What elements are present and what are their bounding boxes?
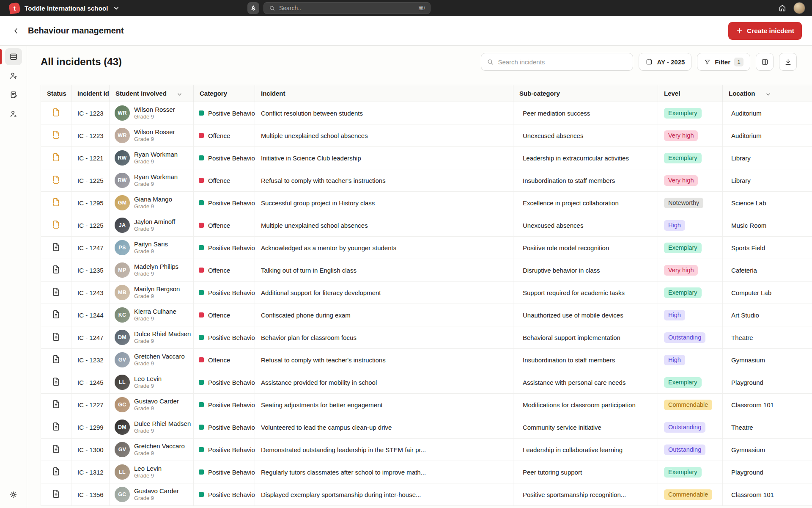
- category-dot-icon: [199, 200, 204, 205]
- student-avatar: GV: [115, 352, 130, 367]
- level-cell: Exemplary: [658, 371, 723, 394]
- status-cell: [41, 394, 71, 416]
- incident-id-cell: IC - 1223: [71, 124, 110, 147]
- category-dot-icon: [199, 110, 204, 116]
- published-status-icon: [51, 354, 61, 364]
- draft-status-icon: [51, 175, 61, 185]
- filter-button[interactable]: Filter 1: [697, 53, 750, 71]
- table-row[interactable]: IC - 1245 LL Leo LevinGrade 9 Positive B…: [41, 371, 812, 394]
- column-header-incident-id: Incident id: [71, 85, 110, 102]
- create-incident-button[interactable]: Create inicdent: [728, 22, 802, 40]
- student-avatar: GC: [115, 397, 130, 412]
- student-name: Gustavo Carder: [134, 398, 179, 405]
- incident-cell: Seating adjustments for better engagemen…: [255, 394, 513, 416]
- level-cell: Exemplary: [658, 102, 723, 124]
- column-header-location[interactable]: Location: [723, 85, 812, 102]
- incident-id-cell: IC - 1221: [71, 147, 110, 169]
- table-row[interactable]: IC - 1295 GM Giana MangoGrade 9 Positive…: [41, 192, 812, 214]
- published-status-icon: [51, 332, 61, 342]
- subcategory-cell: Insubordination to staff members: [513, 349, 658, 371]
- student-name: Leo Levin: [134, 375, 162, 383]
- sidebar-item-incident-notes[interactable]: [5, 86, 22, 103]
- location-cell: Library: [723, 169, 812, 192]
- download-icon: [784, 58, 792, 66]
- global-search-placeholder: Search..: [279, 5, 301, 11]
- category-cell: Offence: [194, 259, 255, 282]
- search-shortcut: ⌘/: [418, 5, 425, 11]
- academic-year-button[interactable]: AY - 2025: [639, 53, 691, 71]
- rocket-icon: [250, 5, 257, 11]
- table-row[interactable]: IC - 1243 MB Marilyn BergsonGrade 9 Posi…: [41, 282, 812, 304]
- category-cell: Offence: [194, 349, 255, 371]
- school-selector[interactable]: t Toddle International school: [9, 3, 118, 14]
- category-cell: Positive Behaviour: [194, 439, 255, 461]
- student-name: Madelyn Philips: [134, 263, 178, 271]
- category-dot-icon: [199, 469, 204, 475]
- table-row[interactable]: IC - 1235 MP Madelyn PhilipsGrade 9 Offe…: [41, 259, 812, 282]
- table-row[interactable]: IC - 1244 KC Kierra CulhaneGrade 9 Offen…: [41, 304, 812, 326]
- student-name: Ryan Workman: [134, 151, 178, 158]
- student-cell: RW Ryan WorkmanGrade 9: [110, 147, 194, 169]
- table-row[interactable]: IC - 1223 WR Wilson RosserGrade 9 Positi…: [41, 102, 812, 124]
- user-avatar[interactable]: [793, 2, 805, 14]
- sidebar-item-incident-list[interactable]: [5, 48, 22, 65]
- student-name: Dulce Rhiel Madsen: [134, 420, 191, 428]
- rocket-button[interactable]: [247, 2, 259, 14]
- level-cell: Very high: [658, 124, 723, 147]
- table-row[interactable]: IC - 1247 DM Dulce Rhiel MadsenGrade 9 P…: [41, 326, 812, 349]
- status-cell: [41, 461, 71, 483]
- download-button[interactable]: [779, 53, 797, 71]
- category-cell: Positive Behaviour: [194, 282, 255, 304]
- incident-list-icon: [9, 52, 18, 61]
- column-header-student-involved[interactable]: Student involved: [110, 85, 194, 102]
- category-dot-icon: [199, 245, 204, 250]
- column-header-level: Level: [658, 85, 723, 102]
- incident-id-cell: IC - 1235: [71, 259, 110, 282]
- toolbar: All incidents (43) Search incidents AY -…: [41, 53, 812, 71]
- category-dot-icon: [199, 402, 204, 407]
- incident-search-input[interactable]: Search incidents: [481, 53, 633, 71]
- incident-cell: Conflict resolution between students: [255, 102, 513, 124]
- search-icon: [269, 5, 275, 11]
- category-cell: Positive Behaviour: [194, 416, 255, 439]
- table-row[interactable]: IC - 1225 JA Jaylon AminoffGrade 9 Offen…: [41, 214, 812, 237]
- draft-status-icon: [51, 220, 61, 229]
- category-dot-icon: [199, 357, 204, 362]
- sidebar-item-settings[interactable]: [5, 486, 22, 503]
- table-row[interactable]: IC - 1232 GV Gretchen VaccaroGrade 9 Off…: [41, 349, 812, 371]
- table-row[interactable]: IC - 1223 WR Wilson RosserGrade 9 Offenc…: [41, 124, 812, 147]
- school-name: Toddle International school: [25, 5, 108, 12]
- table-row[interactable]: IC - 1356 GC Gustavo CarderGrade 9 Posit…: [41, 483, 812, 506]
- category-cell: Offence: [194, 124, 255, 147]
- student-grade: Grade 9: [134, 383, 162, 389]
- student-grade: Grade 9: [134, 181, 178, 188]
- status-cell: [41, 483, 71, 506]
- location-cell: Theatre: [723, 416, 812, 439]
- table-row[interactable]: IC - 1299 DM Dulce Rhiel MadsenGrade 9 P…: [41, 416, 812, 439]
- incident-cell: Successful group project in History clas…: [255, 192, 513, 214]
- level-cell: Very high: [658, 169, 723, 192]
- student-avatar: MB: [115, 285, 130, 300]
- incident-id-cell: IC - 1245: [71, 371, 110, 394]
- status-cell: [41, 192, 71, 214]
- level-badge: Outstanding: [664, 444, 705, 455]
- table-row[interactable]: IC - 1225 RW Ryan WorkmanGrade 9 Offence…: [41, 169, 812, 192]
- student-avatar: LL: [115, 375, 130, 390]
- global-search-input[interactable]: Search.. ⌘/: [263, 2, 431, 14]
- sidebar-item-student-referrals[interactable]: [5, 67, 22, 84]
- sidebar-item-student-roles[interactable]: [5, 105, 22, 122]
- table-row[interactable]: IC - 1221 RW Ryan WorkmanGrade 9 Positiv…: [41, 147, 812, 169]
- status-cell: [41, 416, 71, 439]
- student-name: Marilyn Bergson: [134, 285, 180, 293]
- table-row[interactable]: IC - 1300 GV Gretchen VaccaroGrade 9 Pos…: [41, 439, 812, 461]
- subcategory-cell: Positive sportsmanship recognition...: [513, 483, 658, 506]
- table-row[interactable]: IC - 1247 PS Paityn SarisGrade 9 Positiv…: [41, 237, 812, 259]
- home-icon[interactable]: [778, 4, 787, 12]
- table-row[interactable]: IC - 1227 GC Gustavo CarderGrade 9 Posit…: [41, 394, 812, 416]
- level-cell: Very high: [658, 259, 723, 282]
- table-row[interactable]: IC - 1312 LL Leo LevinGrade 9 Positive B…: [41, 461, 812, 483]
- student-grade: Grade 9: [134, 248, 168, 255]
- manage-columns-button[interactable]: [756, 53, 774, 71]
- back-button[interactable]: [10, 25, 22, 37]
- incident-id-cell: IC - 1232: [71, 349, 110, 371]
